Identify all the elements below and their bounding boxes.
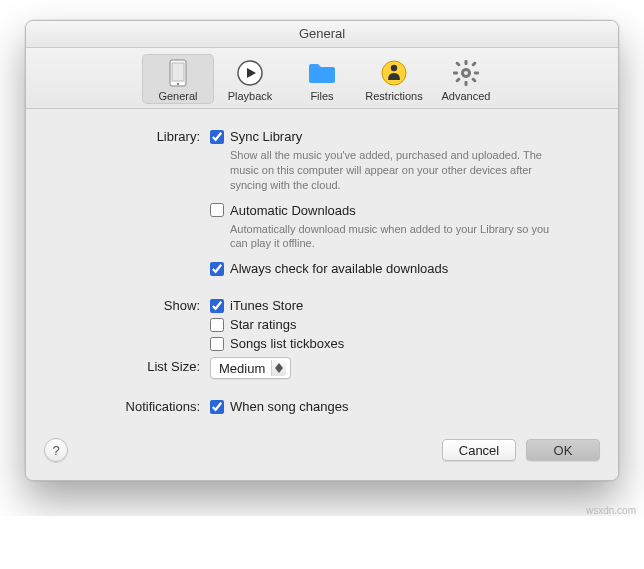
advanced-icon xyxy=(451,58,481,88)
when-song-changes-label: When song changes xyxy=(230,399,349,414)
svg-rect-1 xyxy=(172,63,184,81)
svg-rect-11 xyxy=(474,72,479,75)
itunes-store-checkbox[interactable] xyxy=(210,299,224,313)
files-icon xyxy=(307,58,337,88)
list-size-label: List Size: xyxy=(50,357,210,374)
cancel-button[interactable]: Cancel xyxy=(442,439,516,461)
playback-icon xyxy=(235,58,265,88)
library-label: Library: xyxy=(50,127,210,144)
songs-tickboxes-label: Songs list tickboxes xyxy=(230,336,344,351)
tab-restrictions-label: Restrictions xyxy=(360,90,428,102)
svg-rect-14 xyxy=(471,61,477,67)
watermark: wsxdn.com xyxy=(0,501,644,516)
tab-playback[interactable]: Playback xyxy=(214,54,286,104)
svg-point-16 xyxy=(464,71,468,75)
ok-button[interactable]: OK xyxy=(526,439,600,461)
star-ratings-label: Star ratings xyxy=(230,317,296,332)
footer: ? Cancel OK xyxy=(26,438,618,480)
always-check-downloads-label: Always check for available downloads xyxy=(230,261,448,276)
automatic-downloads-label: Automatic Downloads xyxy=(230,203,356,218)
tab-files-label: Files xyxy=(288,90,356,102)
tab-playback-label: Playback xyxy=(216,90,284,102)
preferences-body: Library: Sync Library Show all the music… xyxy=(26,109,618,438)
restrictions-icon xyxy=(379,58,409,88)
list-size-select[interactable]: Medium xyxy=(210,357,291,379)
automatic-downloads-checkbox[interactable] xyxy=(210,203,224,217)
svg-rect-10 xyxy=(453,72,458,75)
general-icon xyxy=(163,58,193,88)
star-ratings-checkbox[interactable] xyxy=(210,318,224,332)
list-size-value: Medium xyxy=(219,361,265,376)
songs-tickboxes-checkbox[interactable] xyxy=(210,337,224,351)
svg-rect-8 xyxy=(465,60,468,65)
tab-advanced[interactable]: Advanced xyxy=(430,54,502,104)
svg-rect-15 xyxy=(455,77,461,83)
help-button[interactable]: ? xyxy=(44,438,68,462)
tab-files[interactable]: Files xyxy=(286,54,358,104)
tab-general[interactable]: General xyxy=(142,54,214,104)
sync-library-checkbox[interactable] xyxy=(210,130,224,144)
svg-point-2 xyxy=(177,83,179,85)
stepper-icon xyxy=(271,360,286,376)
sync-library-desc: Show all the music you've added, purchas… xyxy=(210,146,570,201)
window-title: General xyxy=(26,21,618,48)
svg-rect-12 xyxy=(455,61,461,67)
sync-library-label: Sync Library xyxy=(230,129,302,144)
svg-rect-9 xyxy=(465,81,468,86)
preferences-window: General General Playback xyxy=(25,20,619,481)
svg-marker-18 xyxy=(275,368,283,373)
show-label: Show: xyxy=(50,296,210,313)
automatic-downloads-desc: Automatically download music when added … xyxy=(210,220,570,260)
toolbar: General Playback Files xyxy=(26,48,618,109)
tab-general-label: General xyxy=(144,90,212,102)
itunes-store-label: iTunes Store xyxy=(230,298,303,313)
tab-restrictions[interactable]: Restrictions xyxy=(358,54,430,104)
tab-advanced-label: Advanced xyxy=(432,90,500,102)
svg-point-6 xyxy=(391,65,397,71)
always-check-downloads-checkbox[interactable] xyxy=(210,262,224,276)
notifications-label: Notifications: xyxy=(50,397,210,414)
svg-rect-13 xyxy=(471,77,477,83)
when-song-changes-checkbox[interactable] xyxy=(210,400,224,414)
